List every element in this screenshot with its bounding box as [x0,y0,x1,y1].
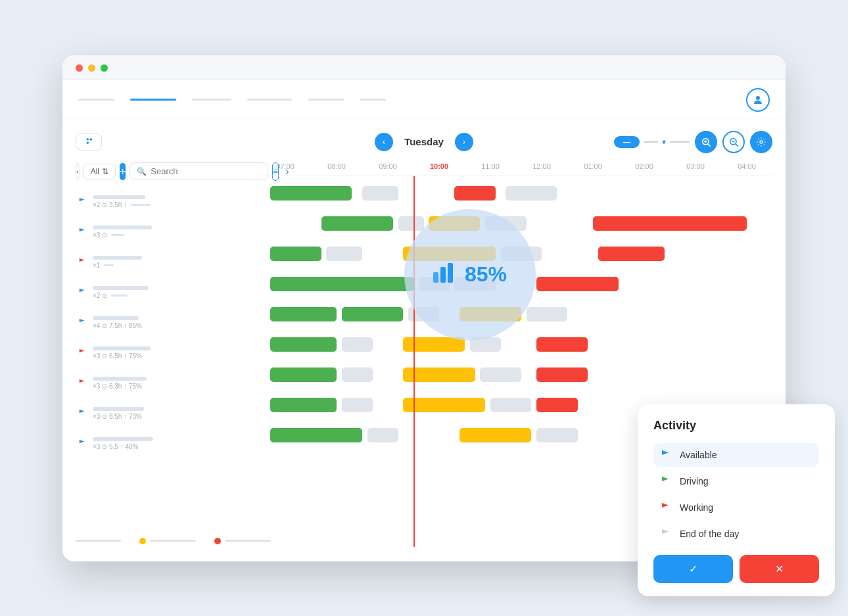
avatar[interactable] [746,88,770,112]
cancel-icon: ✕ [775,563,784,575]
legend-dot-red [214,538,221,544]
bar-rest [506,186,557,201]
driver-name-bar [93,286,149,290]
driver-stats: ×2 ⊙ [93,292,257,299]
window-dot-green[interactable] [101,64,108,72]
time-cell: 02:00 [619,162,670,170]
driver-stats: ×2 ⊙ 3.5h ↑ [93,201,257,208]
window-dot-red[interactable] [76,64,83,72]
time-cell: 09:00 [362,162,413,170]
activity-item-label: Driving [680,476,709,486]
gantt-row [260,179,772,208]
driver-name-bar [93,195,145,199]
toolbar-center: ‹ Tuesday › [375,133,473,151]
view-dropdown-icon[interactable]: ▾ [662,137,666,147]
driver-stats: ×1 [93,262,257,269]
bar-working [536,277,619,291]
time-header: 07:00 08:00 09:00 10:00 11:00 12:00 01:0… [260,162,772,176]
list-item: ×3 ⊙ 6.5h ↑ 73% [76,399,260,428]
add-button[interactable]: + [120,163,126,180]
svg-point-12 [760,141,763,143]
bar-available [321,216,393,231]
bar-working [536,337,588,352]
confirm-button[interactable]: ✓ [653,555,733,583]
stat-text: ×3 ⊙ 6.5h ↑ 75% [93,352,142,360]
titlebar [62,55,786,80]
back-button[interactable]: ‹ [76,163,80,180]
stat-text: ×4 ⊙ 7.5h ↑ 85% [93,322,142,329]
driver-info: ×3 ⊙ 6.5h ↑ 75% [93,346,257,360]
activity-item-driving[interactable]: Driving [653,469,819,493]
time-cell: 04:00 [721,162,772,170]
activity-buttons: ✓ ✕ [653,555,819,583]
driver-stats: ×3 ⊙ [93,231,257,239]
flag-driving-icon [661,476,671,486]
nav-tab-1[interactable] [78,99,114,101]
bar-rest [362,186,398,201]
list-item: ×2 ⊙ 3.5h ↑ [76,187,260,216]
next-day-button[interactable]: › [455,133,473,151]
time-cell: 10:00 [413,162,465,170]
list-item: ×3 ⊙ 6.3h ↑ 75% [76,369,260,398]
activity-item-label: Available [680,450,717,460]
bar-available [270,398,337,412]
time-cell: 07:00 [260,162,311,170]
cancel-button[interactable]: ✕ [740,555,819,583]
window-dot-yellow[interactable] [88,64,95,72]
svg-rect-14 [440,267,446,283]
bar-driving [403,398,485,412]
driver-name-bar [93,346,151,350]
select-all-dropdown[interactable]: All ⇅ [83,164,116,179]
flag-working-icon [661,502,671,513]
search-box: 🔍 [130,162,268,180]
flag-end-of-day-icon [661,529,671,539]
percent-overlay: 85% [404,209,536,341]
svg-line-6 [708,144,711,147]
driver-name-bar [93,437,153,441]
driver-info: ×2 ⊙ 3.5h ↑ [93,195,257,208]
bar-available [270,186,352,201]
bar-available [270,247,321,261]
nav-tab-3[interactable] [192,99,231,101]
driver-stats: ×3 ⊙ 5.5 ↑ 40% [93,443,257,450]
bar-rest [342,337,373,352]
left-sidebar: ‹ All ⇅ + 🔍 ≡ › [76,162,260,547]
bar-rest [342,398,373,412]
flag-icon [78,197,87,206]
top-nav [62,80,786,120]
activity-item-label: End of the day [680,529,739,539]
legend-item-driving [139,538,196,544]
bar-rest [480,367,521,382]
list-item: ×3 ⊙ [76,218,260,247]
current-time-line [413,176,415,547]
search-icon: 🔍 [137,167,147,176]
prev-day-button[interactable]: ‹ [375,133,393,151]
stat-text: ×2 ⊙ 3.5h ↑ [93,201,127,208]
nav-tab-6[interactable] [360,99,386,101]
legend-bar [76,531,260,547]
activity-item-working[interactable]: Working [653,496,819,519]
driver-name-bar [93,256,142,260]
nav-tab-5[interactable] [308,99,344,101]
bar-available [342,307,404,321]
legend-line [150,540,196,542]
activity-item-end-of-day[interactable]: End of the day [653,522,819,546]
nav-tab-2[interactable] [130,99,176,101]
nav-tab-4[interactable] [247,99,292,101]
activity-item-available[interactable]: Available [653,443,819,467]
view-pill[interactable]: — [614,136,640,148]
toolbar: ‹ Tuesday › — ▾ [76,131,772,153]
svg-point-2 [87,141,89,144]
zoom-out-button[interactable] [722,131,745,153]
driver-name-bar [93,225,152,229]
settings-button[interactable] [750,131,772,153]
search-input[interactable] [151,166,261,176]
activity-item-label: Working [680,502,713,513]
flag-icon [78,288,87,297]
zoom-in-button[interactable] [695,131,717,153]
bar-rest [536,428,577,442]
activity-panel: Activity Available Driving Working End o… [638,404,835,596]
list-item: ×4 ⊙ 7.5h ↑ 85% [76,308,260,337]
bar-working [598,247,665,261]
driver-info: ×3 ⊙ 5.5 ↑ 40% [93,437,257,450]
